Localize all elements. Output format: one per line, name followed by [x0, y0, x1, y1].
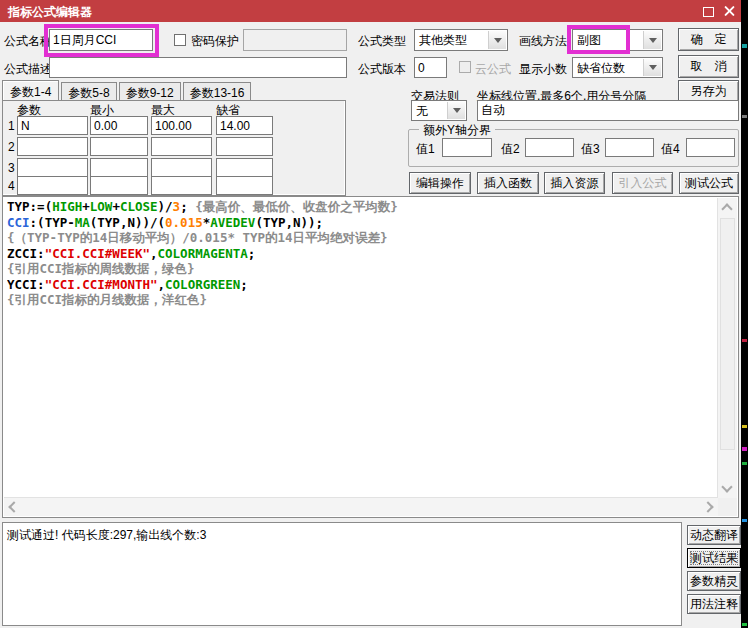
value1-label: 值1	[416, 141, 435, 158]
tab-params-13-16[interactable]: 参数13-16	[183, 82, 252, 100]
value3-input[interactable]	[605, 138, 654, 157]
insert-function-button[interactable]: 插入函数	[477, 172, 539, 194]
formula-type-label: 公式类型	[358, 33, 406, 50]
horizontal-scrollbar[interactable]	[4, 497, 718, 516]
title-bar[interactable]: 指标公式编辑器	[0, 0, 741, 22]
edit-operation-button[interactable]: 编辑操作	[409, 172, 471, 194]
background-app-strip	[741, 0, 748, 628]
param-cell-input[interactable]	[17, 137, 88, 156]
draw-method-label: 画线方法	[519, 33, 567, 50]
parameter-table: 参数 最小 最大 缺省 1 2 3 4	[2, 100, 346, 196]
param-cell-input[interactable]	[151, 176, 212, 195]
param-cell-input[interactable]	[90, 137, 148, 156]
chevron-down-icon[interactable]	[488, 31, 506, 49]
code-editor[interactable]: TYP:=(HIGH+LOW+CLOSE)/3; {最高价、最低价、收盘价之平均…	[2, 196, 739, 518]
formula-editor-dialog: 指标公式编辑器 公式名称 密码保护 公式类型 其他类型 画线方法 副图 确 定 …	[0, 0, 741, 628]
formula-desc-input[interactable]	[49, 57, 347, 78]
value4-input[interactable]	[686, 138, 735, 157]
param-cell-input[interactable]	[216, 116, 273, 135]
param-tabs: 参数1-4 参数5-8 参数9-12 参数13-16	[2, 80, 253, 100]
formula-name-label: 公式名称	[4, 33, 52, 50]
row-number: 4	[8, 179, 15, 193]
show-decimal-dropdown[interactable]: 缺省位数	[572, 57, 663, 78]
param-cell-input[interactable]	[151, 116, 212, 135]
param-cell-input[interactable]	[90, 176, 148, 195]
param-cell-input[interactable]	[90, 116, 148, 135]
param-cell-input[interactable]	[17, 158, 88, 177]
formula-desc-label: 公式描述	[4, 61, 52, 78]
formula-type-dropdown[interactable]: 其他类型	[414, 29, 508, 51]
scroll-up-icon[interactable]	[721, 203, 732, 214]
param-wizard-button[interactable]: 参数精灵	[687, 571, 741, 591]
restore-window-icon[interactable]	[703, 7, 714, 17]
value3-label: 值3	[581, 141, 600, 158]
tab-params-9-12[interactable]: 参数9-12	[119, 82, 181, 100]
test-formula-button[interactable]: 测试公式	[679, 172, 739, 194]
dynamic-translate-button[interactable]: 动态翻译	[687, 525, 741, 545]
chevron-down-icon[interactable]	[447, 102, 465, 119]
param-cell-input[interactable]	[90, 158, 148, 177]
cloud-formula-checkbox	[459, 61, 471, 73]
formula-name-input[interactable]	[49, 29, 153, 51]
param-cell-input[interactable]	[17, 116, 88, 135]
vertical-scroll-thumb[interactable]	[720, 218, 735, 450]
tab-params-5-8[interactable]: 参数5-8	[61, 82, 116, 100]
ok-button[interactable]: 确 定	[678, 28, 739, 51]
param-cell-input[interactable]	[151, 158, 212, 177]
vertical-scrollbar[interactable]	[717, 198, 737, 498]
screen: 指标公式编辑器 公式名称 密码保护 公式类型 其他类型 画线方法 副图 确 定 …	[0, 0, 748, 628]
row-number: 3	[8, 161, 15, 175]
test-result-button[interactable]: 测试结果	[687, 548, 741, 568]
usage-note-button[interactable]: 用法注释	[687, 594, 741, 614]
scroll-right-icon[interactable]	[702, 501, 713, 512]
scrollbar-corner	[718, 498, 737, 516]
scroll-left-icon[interactable]	[8, 501, 19, 512]
test-result-text: 测试通过! 代码长度:297,输出线个数:3	[7, 527, 206, 544]
param-cell-input[interactable]	[17, 176, 88, 195]
value2-input[interactable]	[525, 138, 574, 157]
value1-input[interactable]	[442, 138, 492, 157]
row-number: 1	[8, 119, 15, 133]
chevron-down-icon[interactable]	[643, 31, 661, 49]
password-protect-checkbox[interactable]	[174, 34, 186, 46]
cloud-formula-label: 云公式	[475, 61, 511, 78]
value2-label: 值2	[501, 141, 520, 158]
chevron-down-icon[interactable]	[643, 59, 661, 76]
save-as-button[interactable]: 另存为	[678, 80, 739, 102]
extra-y-axis-group: 额外Y轴分界 值1 值2 值3 值4	[408, 129, 739, 167]
close-icon[interactable]	[724, 5, 736, 17]
test-result-panel: 测试通过! 代码长度:297,输出线个数:3	[2, 522, 682, 626]
param-cell-input[interactable]	[216, 137, 273, 156]
param-cell-input[interactable]	[216, 158, 273, 177]
group-title: 额外Y轴分界	[419, 122, 495, 139]
import-formula-button: 引入公式	[612, 172, 673, 194]
password-input	[243, 29, 347, 51]
code-editor-content[interactable]: TYP:=(HIGH+LOW+CLOSE)/3; {最高价、最低价、收盘价之平均…	[7, 199, 716, 497]
param-cell-input[interactable]	[216, 176, 273, 195]
draw-method-dropdown[interactable]: 副图	[572, 29, 663, 51]
param-cell-input[interactable]	[151, 137, 212, 156]
scroll-down-icon[interactable]	[721, 481, 732, 492]
insert-resource-button[interactable]: 插入资源	[544, 172, 605, 194]
axis-position-input[interactable]	[477, 100, 739, 121]
value4-label: 值4	[661, 141, 680, 158]
show-decimal-label: 显示小数	[519, 61, 567, 78]
formula-version-input[interactable]	[414, 57, 447, 78]
formula-version-label: 公式版本	[358, 61, 406, 78]
password-protect-label: 密码保护	[191, 33, 239, 50]
cancel-button[interactable]: 取 消	[678, 55, 739, 78]
row-number: 2	[8, 140, 15, 154]
tab-params-1-4[interactable]: 参数1-4	[2, 80, 59, 100]
trade-rule-dropdown[interactable]: 无	[411, 100, 467, 121]
window-title: 指标公式编辑器	[8, 4, 92, 21]
